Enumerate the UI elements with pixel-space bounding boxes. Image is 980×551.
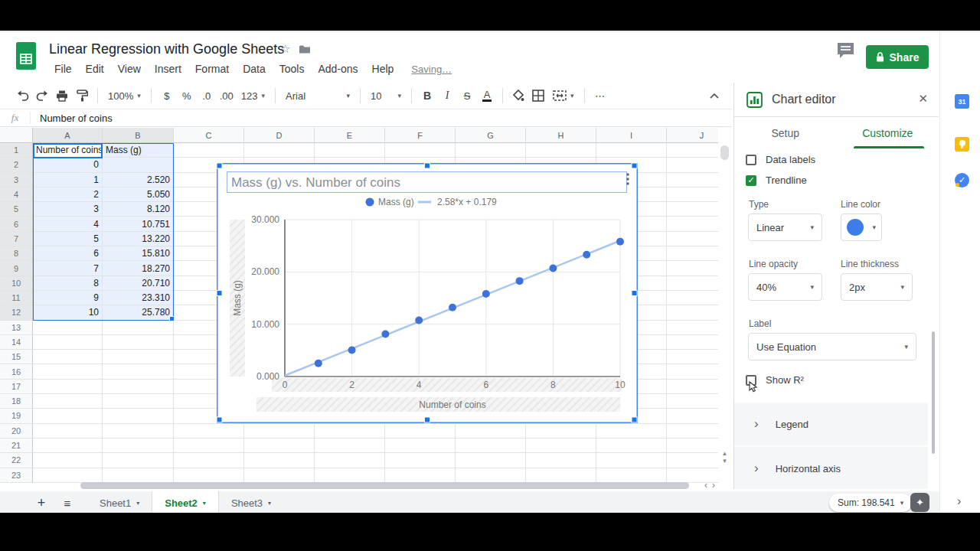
row-header-4[interactable]: 4	[0, 187, 33, 202]
cell-H22[interactable]	[526, 453, 596, 468]
cell-D20[interactable]	[244, 424, 315, 439]
redo-icon[interactable]	[32, 86, 52, 106]
trendline-checkbox[interactable]: ✓	[746, 175, 756, 186]
menu-file[interactable]: File	[47, 61, 79, 77]
menu-tools[interactable]: Tools	[273, 61, 312, 77]
column-header-E[interactable]: E	[315, 128, 385, 143]
zoom-select[interactable]: 100%▾	[103, 90, 145, 102]
cell-D22[interactable]	[244, 453, 315, 468]
row-header-23[interactable]: 23	[0, 468, 33, 483]
sheet-tab-3[interactable]: Sheet3▾	[219, 491, 283, 513]
menu-data[interactable]: Data	[236, 61, 273, 77]
cell-C23[interactable]	[174, 468, 244, 483]
cell-A16[interactable]	[33, 364, 103, 379]
document-title[interactable]: Linear Regression with Google Sheets	[49, 41, 284, 57]
row-header-17[interactable]: 17	[0, 380, 33, 394]
cell-G23[interactable]	[456, 468, 526, 483]
cell-F22[interactable]	[385, 453, 456, 468]
row-header-6[interactable]: 6	[0, 217, 33, 231]
cell-I1[interactable]	[596, 143, 667, 158]
cell-J15[interactable]	[667, 350, 718, 364]
cell-J18[interactable]	[667, 394, 718, 409]
column-header-J[interactable]: J	[667, 128, 718, 143]
cell-E20[interactable]	[315, 424, 385, 439]
explore-button[interactable]: ✦	[910, 493, 929, 512]
cell-E23[interactable]	[315, 468, 385, 483]
cell-H1[interactable]	[526, 143, 596, 158]
line-color-select[interactable]: ▾	[841, 214, 882, 241]
cell-F23[interactable]	[385, 468, 456, 483]
data-labels-checkbox[interactable]	[746, 155, 756, 165]
decrease-decimal-button[interactable]: .0	[197, 86, 217, 106]
cell-J19[interactable]	[667, 409, 718, 423]
row-header-15[interactable]: 15	[0, 350, 33, 364]
fill-handle[interactable]	[169, 316, 175, 321]
folder-icon[interactable]	[299, 44, 311, 57]
row-header-2[interactable]: 2	[0, 158, 33, 172]
cell-B13[interactable]	[103, 321, 174, 335]
menu-edit[interactable]: Edit	[79, 61, 111, 77]
cell-B23[interactable]	[103, 468, 174, 483]
line-thickness-select[interactable]: 2px▾	[841, 273, 913, 301]
keep-icon[interactable]	[955, 137, 969, 152]
cell-F21[interactable]	[385, 439, 456, 453]
cell-J11[interactable]	[667, 291, 718, 305]
menu-format[interactable]: Format	[188, 61, 236, 77]
row-header-10[interactable]: 10	[0, 276, 33, 291]
more-toolbar-button[interactable]: ⋯	[590, 86, 610, 106]
cell-J16[interactable]	[667, 364, 718, 379]
cell-B15[interactable]	[103, 350, 174, 364]
row-header-16[interactable]: 16	[0, 364, 33, 379]
row-header-14[interactable]: 14	[0, 335, 33, 350]
menu-addons[interactable]: Add-ons	[311, 61, 364, 77]
strikethrough-button[interactable]: S	[457, 86, 477, 106]
formula-bar[interactable]: fx Number of coins	[0, 109, 732, 127]
data-labels-row[interactable]: Data labels	[746, 154, 815, 165]
cell-J5[interactable]	[667, 202, 718, 217]
cell-I20[interactable]	[596, 424, 667, 439]
menu-view[interactable]: View	[111, 61, 148, 77]
cell-C22[interactable]	[174, 453, 244, 468]
cell-J14[interactable]	[667, 335, 718, 350]
cell-A13[interactable]	[33, 321, 103, 335]
cell-A19[interactable]	[33, 409, 103, 423]
cell-J6[interactable]	[667, 217, 718, 231]
column-header-I[interactable]: I	[596, 128, 667, 143]
tab-setup[interactable]: Setup	[734, 118, 837, 148]
cell-B20[interactable]	[103, 424, 174, 439]
format-currency-button[interactable]: $	[157, 86, 177, 106]
cell-J7[interactable]	[667, 232, 718, 246]
fill-color-icon[interactable]	[508, 86, 528, 106]
cell-G20[interactable]	[456, 424, 526, 439]
cell-J12[interactable]	[667, 305, 718, 320]
cell-I23[interactable]	[596, 468, 667, 483]
font-size-select[interactable]: 10▾	[366, 90, 406, 102]
column-header-H[interactable]: H	[526, 128, 596, 143]
row-header-11[interactable]: 11	[0, 291, 33, 305]
cell-E1[interactable]	[315, 143, 385, 158]
cell-H23[interactable]	[526, 468, 596, 483]
undo-icon[interactable]	[12, 86, 32, 106]
number-format-select[interactable]: 123▾	[237, 90, 270, 102]
cell-J2[interactable]	[667, 158, 718, 172]
trendline-type-select[interactable]: Linear▾	[748, 214, 822, 241]
row-header-18[interactable]: 18	[0, 394, 33, 409]
all-sheets-icon[interactable]: ≡	[58, 497, 77, 510]
cell-A17[interactable]	[33, 380, 103, 394]
saving-status[interactable]: Saving…	[411, 64, 452, 75]
borders-icon[interactable]	[528, 86, 548, 106]
add-sheet-button[interactable]: +	[32, 495, 51, 511]
cell-D21[interactable]	[244, 439, 315, 453]
menu-help[interactable]: Help	[365, 61, 401, 77]
increase-decimal-button[interactable]: .00	[217, 86, 237, 106]
cell-B16[interactable]	[103, 364, 174, 379]
embedded-chart[interactable]: 0.00010.00020.00030.0000246810Mass (g)Nu…	[217, 163, 638, 423]
trendline-row[interactable]: ✓ Trendline	[746, 174, 807, 186]
cell-J3[interactable]	[667, 173, 718, 187]
section-horizontal-axis[interactable]: › Horizontal axis	[734, 447, 928, 489]
close-icon[interactable]: ✕	[918, 92, 928, 106]
cell-G22[interactable]	[456, 453, 526, 468]
cell-C21[interactable]	[174, 439, 244, 453]
cell-A21[interactable]	[33, 439, 103, 453]
cell-J17[interactable]	[667, 380, 718, 394]
